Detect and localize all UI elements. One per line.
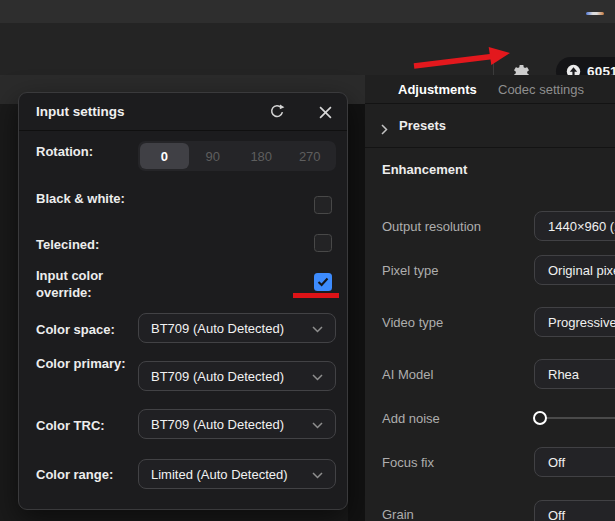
main-toolbar: 60511 (0, 23, 615, 75)
rotation-label: Rotation: (36, 143, 134, 160)
preview-area-dark-strip (348, 104, 365, 521)
panel-tab-bar: Adjustments Codec settings (365, 75, 615, 104)
settings-panel: Adjustments Codec settings Presets Enhan… (365, 75, 615, 521)
input-color-override-label: Input color override: (36, 267, 134, 301)
grain-dropdown[interactable]: Off (534, 500, 615, 521)
chevron-down-icon (312, 367, 323, 385)
video-type-dropdown[interactable]: Progressive (534, 307, 615, 337)
chevron-down-icon (312, 465, 323, 483)
pixel-type-label: Pixel type (382, 263, 438, 278)
telecined-label: Telecined: (36, 236, 134, 253)
black-white-label: Black & white: (36, 190, 134, 207)
annotation-red-underline (293, 293, 339, 298)
add-noise-slider-knob[interactable] (533, 411, 547, 425)
tab-codec-settings[interactable]: Codec settings (498, 75, 584, 104)
grain-label: Grain (382, 507, 414, 521)
input-settings-dialog: Input settings Rotation: 0 90 180 270 Bl… (18, 92, 348, 510)
presets-label: Presets (399, 118, 446, 133)
enhancement-section-title: Enhancement (382, 162, 467, 177)
focus-fix-label: Focus fix (382, 455, 434, 470)
rotation-option-270[interactable]: 270 (286, 143, 335, 169)
tab-adjustments[interactable]: Adjustments (398, 75, 477, 104)
output-resolution-label: Output resolution (382, 219, 481, 234)
color-space-label: Color space: (36, 321, 134, 338)
input-color-override-checkbox[interactable] (314, 273, 332, 291)
color-primary-dropdown[interactable]: BT709 (Auto Detected) (138, 361, 336, 391)
rotation-option-90[interactable]: 90 (189, 143, 238, 169)
close-icon[interactable] (316, 103, 334, 121)
rotation-segmented-control: 0 90 180 270 (138, 141, 336, 171)
color-trc-label: Color TRC: (36, 417, 134, 434)
video-type-label: Video type (382, 315, 443, 330)
window-titlebar (0, 0, 615, 23)
color-primary-label: Color primary: (36, 355, 134, 372)
rotation-option-180[interactable]: 180 (237, 143, 286, 169)
chevron-down-icon (312, 319, 323, 337)
dialog-title: Input settings (36, 104, 125, 119)
presets-expander[interactable]: Presets (365, 104, 615, 148)
chevron-down-icon (312, 415, 323, 433)
output-resolution-dropdown[interactable]: 1440×960 (2 (534, 211, 615, 241)
focus-fix-dropdown[interactable]: Off (534, 447, 615, 477)
color-range-dropdown[interactable]: Limited (Auto Detected) (138, 459, 336, 489)
dialog-header: Input settings (19, 93, 347, 131)
color-range-label: Color range: (36, 466, 134, 483)
ai-model-dropdown[interactable]: Rhea (534, 359, 615, 389)
pixel-type-dropdown[interactable]: Original pixe (534, 255, 615, 285)
refresh-icon[interactable] (268, 103, 286, 121)
rotation-option-0[interactable]: 0 (140, 143, 189, 169)
add-noise-slider-track[interactable] (541, 417, 615, 419)
minimize-gradient-icon[interactable] (586, 12, 604, 15)
color-space-dropdown[interactable]: BT709 (Auto Detected) (138, 313, 336, 343)
color-trc-dropdown[interactable]: BT709 (Auto Detected) (138, 409, 336, 439)
chevron-right-icon (381, 121, 388, 139)
add-noise-label: Add noise (382, 411, 440, 426)
ai-model-label: AI Model (382, 367, 433, 382)
black-white-checkbox[interactable] (314, 196, 332, 214)
app-window: { "titlebar": { "minimize_icon": "gradie… (0, 0, 615, 521)
checkmark-icon (317, 277, 329, 287)
telecined-checkbox[interactable] (314, 234, 332, 252)
